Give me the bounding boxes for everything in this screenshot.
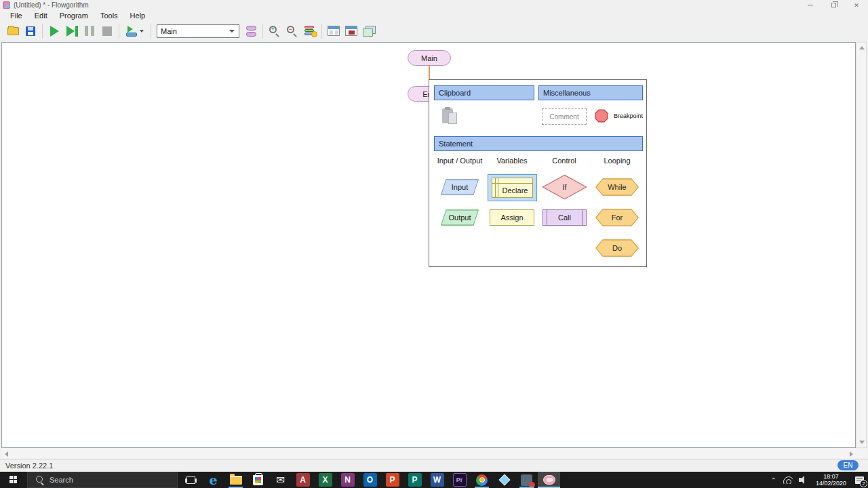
word-icon: W [431,473,444,487]
taskbar-icon-onedrive-diamond[interactable] [493,472,515,488]
program-window-icon [345,26,357,36]
palette-item-if[interactable]: If [542,174,587,200]
run-button[interactable] [45,22,63,40]
taskbar-icon-publisher[interactable]: P [403,472,426,488]
notification-badge: 2 [860,480,867,487]
input-label: Input [441,179,479,195]
declare-line [495,178,496,197]
taskbar-apps: e ✉ A X N O P P W Pr [202,472,560,488]
palette-item-output[interactable]: Output [441,209,479,226]
taskbar-icon-access[interactable]: A [292,472,314,488]
flowchart-canvas[interactable]: Main End Clipboard Miscellaneous Comment [1,42,856,448]
horizontal-scrollbar[interactable] [1,449,867,458]
palette-item-declare-highlight[interactable]: Declare [488,174,537,201]
breakpoint-octagon-icon [595,109,608,123]
column-variables: Variables [496,157,527,165]
palette-item-declare[interactable]: Declare [492,178,533,198]
minimize-button[interactable] [799,0,822,10]
menu-edit[interactable]: Edit [28,11,54,20]
start-button[interactable] [0,472,27,488]
taskbar-search-box[interactable] [27,472,178,488]
close-button[interactable]: ✕ [845,0,868,10]
menu-file[interactable]: File [4,11,28,20]
scroll-left-icon[interactable] [5,451,8,457]
hidden-icons-chevron[interactable]: ⌃ [767,476,781,484]
toolbar-separator [119,24,119,39]
taskbar-icon-flowgorithm[interactable] [538,472,560,488]
zoom-reset-button[interactable] [301,22,319,40]
task-view-button[interactable] [180,472,201,488]
speaker-icon[interactable] [799,476,808,484]
stop-button[interactable] [98,22,116,40]
clock-date: 14/02/2020 [816,480,846,487]
status-bar: Version 2.22.1 EN [0,459,868,472]
taskbar-icon-excel[interactable]: X [314,472,336,488]
declare-label: Declare [498,184,532,197]
menu-tools[interactable]: Tools [94,11,124,20]
taskbar-icon-photos[interactable] [515,472,538,488]
column-looping: Looping [604,157,630,165]
function-selector[interactable]: Main [157,24,239,38]
palette-item-comment[interactable]: Comment [542,108,587,125]
play-icon [50,26,59,37]
title-bar: (Untitled) * - Flowgorithm ✕ [0,0,868,10]
taskbar-clock[interactable]: 18:07 14/02/2020 [812,473,850,487]
step-button[interactable] [63,22,81,40]
toolbar-separator [151,24,151,39]
scroll-up-icon[interactable] [859,46,865,49]
open-button[interactable] [4,22,22,40]
step-forward-icon [66,26,78,37]
palette-item-assign[interactable]: Assign [490,209,534,226]
paste-clipboard-icon[interactable] [442,108,460,126]
menu-program[interactable]: Program [54,11,94,20]
taskbar-icon-word[interactable]: W [426,472,448,488]
taskbar-icon-premiere[interactable]: Pr [448,472,471,488]
function-shapes-icon [246,26,256,37]
pause-icon [85,26,94,36]
zoom-out-button[interactable]: − [283,22,301,40]
scroll-right-icon[interactable] [850,451,853,457]
call-label: Call [558,214,571,222]
task-view-icon [186,476,195,484]
layout-panels-icon [328,26,340,36]
source-code-viewer-button[interactable] [122,22,148,40]
palette-item-do[interactable]: Do [595,239,639,257]
palette-item-call[interactable]: Call [542,209,587,226]
zoom-reset-icon [304,26,316,37]
main-node-label: Main [421,54,437,62]
taskbar-icon-edge[interactable]: e [202,472,224,488]
taskbar-icon-store[interactable] [247,472,269,488]
restore-button[interactable] [822,0,845,10]
search-input[interactable] [50,476,151,484]
taskbar-icon-onenote[interactable]: N [336,472,359,488]
zoom-in-button[interactable]: + [266,22,283,40]
store-icon [253,475,263,485]
palette-item-while[interactable]: While [595,178,639,196]
layout-panels-button[interactable] [325,22,342,40]
wifi-icon[interactable] [783,476,793,484]
vertical-scrollbar[interactable] [856,42,867,448]
flowchart-node-main[interactable]: Main [408,50,451,66]
windows-taskbar: e ✉ A X N O P P W Pr ⌃ 18:07 14/02/2020 [0,472,868,488]
taskbar-icon-powerpoint[interactable]: P [381,472,403,488]
program-window-button[interactable] [342,22,360,40]
function-manager-button[interactable] [242,22,260,40]
taskbar-icon-file-explorer[interactable] [224,472,247,488]
save-button[interactable] [22,22,39,40]
taskbar-icon-mail[interactable]: ✉ [269,472,292,488]
language-badge[interactable]: EN [837,460,859,470]
workspace: Main End Clipboard Miscellaneous Comment [0,42,868,459]
palette-item-input[interactable]: Input [441,179,479,195]
notification-center-button[interactable]: 2 [850,472,868,488]
palette-item-breakpoint[interactable]: Breakpoint [595,109,643,123]
menu-help[interactable]: Help [124,11,152,20]
palette-item-for[interactable]: For [595,209,639,226]
pause-button[interactable] [81,22,98,40]
open-folder-icon [7,27,19,35]
save-floppy-icon [26,26,35,36]
taskbar-icon-outlook[interactable]: O [359,472,381,488]
taskbar-icon-chrome[interactable] [471,472,493,488]
scroll-down-icon[interactable] [859,441,865,444]
onenote-icon: N [341,473,355,487]
cascade-windows-button[interactable] [360,22,378,40]
